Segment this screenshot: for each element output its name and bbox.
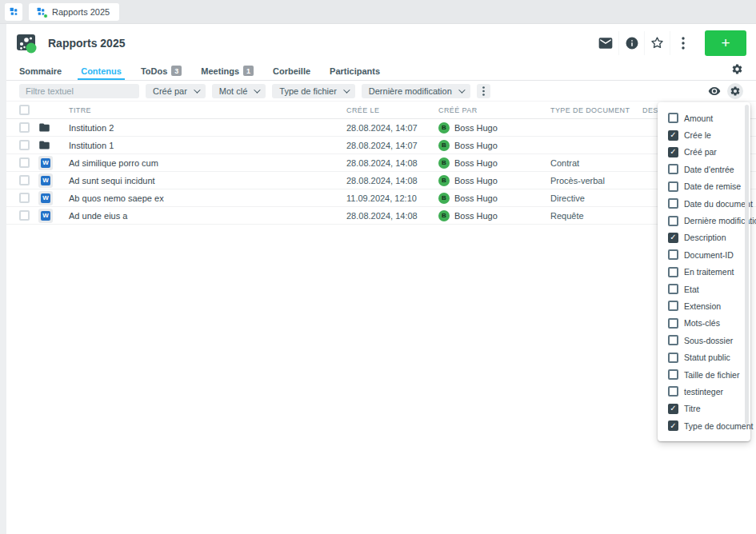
column-option-titre[interactable]: ✓ Titre: [668, 400, 750, 417]
table-row[interactable]: W Ad sunt sequi incidunt 28.08.2024, 14:…: [6, 172, 756, 189]
kebab-icon: [482, 86, 485, 96]
tab-corbeille[interactable]: Corbeille: [263, 62, 320, 80]
column-header-cree-le[interactable]: Crée le: [346, 106, 438, 114]
left-gutter: [0, 24, 6, 534]
column-option-amount[interactable]: Amount: [668, 110, 750, 126]
column-option-document-id[interactable]: Document-ID: [668, 246, 750, 263]
row-checkbox[interactable]: [19, 193, 30, 203]
column-option-label: Type de document: [684, 421, 753, 431]
column-header-cree-par[interactable]: Créé par: [438, 106, 550, 114]
tab-label: Meetings: [201, 66, 239, 76]
open-tab-rapports-2025[interactable]: Rapports 2025: [29, 3, 119, 21]
column-checkbox[interactable]: ✓: [668, 233, 678, 243]
column-checkbox[interactable]: [668, 318, 678, 329]
column-checkbox[interactable]: ✓: [668, 420, 678, 431]
column-option-cree-par[interactable]: ✓ Créé par: [668, 144, 750, 161]
filter-dropdown-derniere-modification[interactable]: Dernière modification: [362, 84, 470, 98]
column-checkbox[interactable]: ✓: [668, 404, 678, 414]
select-all-checkbox[interactable]: [19, 105, 30, 115]
tab-contenus[interactable]: Contenus: [71, 62, 131, 80]
tab-title: Rapports 2025: [52, 7, 110, 17]
column-checkbox[interactable]: [668, 164, 678, 174]
column-option-date-de-remise[interactable]: Date de remise: [668, 178, 750, 195]
column-header-titre[interactable]: Titre: [69, 106, 346, 114]
column-option-description[interactable]: ✓ Description: [668, 229, 750, 246]
column-option-date-du-document[interactable]: Date du document: [668, 195, 750, 212]
column-header-type-de-document[interactable]: Type de document: [550, 106, 642, 114]
column-option-label: Statut public: [684, 353, 730, 362]
column-checkbox[interactable]: [668, 181, 678, 192]
filter-more-button[interactable]: [477, 84, 490, 98]
tab-sommaire[interactable]: Sommaire: [19, 62, 71, 80]
row-checkbox[interactable]: [19, 210, 30, 221]
row-type-icon-cell: [38, 139, 69, 151]
row-checkbox[interactable]: [19, 140, 30, 150]
row-creator: B Boss Hugo: [438, 122, 550, 134]
column-checkbox[interactable]: [668, 301, 678, 311]
column-checkbox[interactable]: [668, 249, 678, 260]
filter-dropdown-mot-cle[interactable]: Mot clé: [212, 84, 266, 98]
mail-button[interactable]: [593, 31, 618, 55]
online-status-dot: [43, 14, 48, 18]
header-actions: +: [593, 24, 746, 62]
table-row[interactable]: Institution 2 28.08.2024, 14:07 B Boss H…: [6, 119, 756, 137]
column-option-taille-de-fichier[interactable]: Taille de fichier: [668, 366, 750, 383]
text-filter-input[interactable]: [19, 84, 139, 98]
column-checkbox[interactable]: [668, 267, 678, 277]
tab-meetings[interactable]: Meetings 1: [191, 62, 263, 80]
view-controls: [706, 83, 743, 99]
column-option-derniere-modification[interactable]: Dernière modification: [668, 212, 750, 229]
column-option-etat[interactable]: Etat: [668, 281, 750, 297]
column-checkbox[interactable]: ✓: [668, 147, 678, 157]
tab-settings-button[interactable]: [731, 63, 743, 75]
column-option-cree-le[interactable]: ✓ Crée le: [668, 126, 750, 143]
info-icon: [625, 36, 639, 50]
filter-dropdown-type-de-fichier[interactable]: Type de fichier: [272, 84, 355, 98]
tab-label: ToDos: [141, 66, 167, 76]
column-checkbox[interactable]: [668, 198, 678, 209]
column-option-testinteger[interactable]: testinteger: [668, 383, 750, 400]
column-checkbox[interactable]: [668, 113, 678, 123]
creator-avatar: B: [438, 140, 450, 151]
column-option-type-de-document[interactable]: ✓ Type de document: [668, 417, 750, 434]
column-option-mots-cles[interactable]: Mots-clés: [668, 315, 750, 332]
column-option-en-traitement[interactable]: En traitement: [668, 264, 750, 281]
creator-name: Boss Hugo: [454, 211, 498, 221]
column-checkbox[interactable]: ✓: [668, 130, 678, 141]
more-actions-button[interactable]: [670, 31, 695, 55]
column-checkbox[interactable]: [668, 335, 678, 345]
column-checkbox[interactable]: [668, 284, 678, 294]
creator-avatar: B: [438, 122, 450, 134]
visibility-button[interactable]: [706, 83, 722, 99]
tab-participants[interactable]: Participants: [320, 62, 390, 80]
column-option-sous-dossier[interactable]: Sous-dossier: [668, 332, 750, 349]
column-checkbox[interactable]: [668, 386, 678, 397]
column-checkbox[interactable]: [668, 216, 678, 226]
column-option-label: Date de remise: [684, 181, 741, 191]
column-checkbox[interactable]: [668, 369, 678, 380]
column-option-extension[interactable]: Extension: [668, 297, 750, 314]
column-settings-button[interactable]: [727, 83, 743, 99]
column-option-statut-public[interactable]: Statut public: [668, 349, 750, 365]
row-title: Institution 2: [69, 123, 346, 133]
table-row[interactable]: W Ab quos nemo saepe ex 11.09.2024, 12:1…: [6, 189, 756, 207]
add-button[interactable]: +: [705, 30, 746, 56]
table-row[interactable]: W Ad unde eius a 28.08.2024, 14:08 B Bos…: [6, 207, 756, 225]
row-checkbox[interactable]: [19, 175, 30, 185]
row-checkbox[interactable]: [19, 157, 30, 168]
table-row[interactable]: Institution 1 28.08.2024, 14:07 B Boss H…: [6, 137, 756, 154]
filter-dropdown-cree-par[interactable]: Créé par: [146, 84, 206, 98]
column-option-date-d-entree[interactable]: Date d'entrée: [668, 161, 750, 177]
info-button[interactable]: [618, 31, 644, 55]
column-checkbox[interactable]: [668, 353, 678, 363]
row-checkbox[interactable]: [19, 122, 30, 133]
favorite-button[interactable]: [644, 31, 670, 55]
folder-icon: [38, 139, 50, 151]
home-button[interactable]: [5, 3, 22, 21]
filter-dropdown-label: Mot clé: [219, 86, 247, 96]
table-row[interactable]: W Ad similique porro cum 28.08.2024, 14:…: [6, 154, 756, 172]
tab-count-badge: 3: [171, 66, 182, 76]
browser-tab-bar: Rapports 2025: [0, 0, 756, 24]
tab-todos[interactable]: ToDos 3: [131, 62, 191, 80]
panel-scrollbar[interactable]: [745, 105, 749, 424]
